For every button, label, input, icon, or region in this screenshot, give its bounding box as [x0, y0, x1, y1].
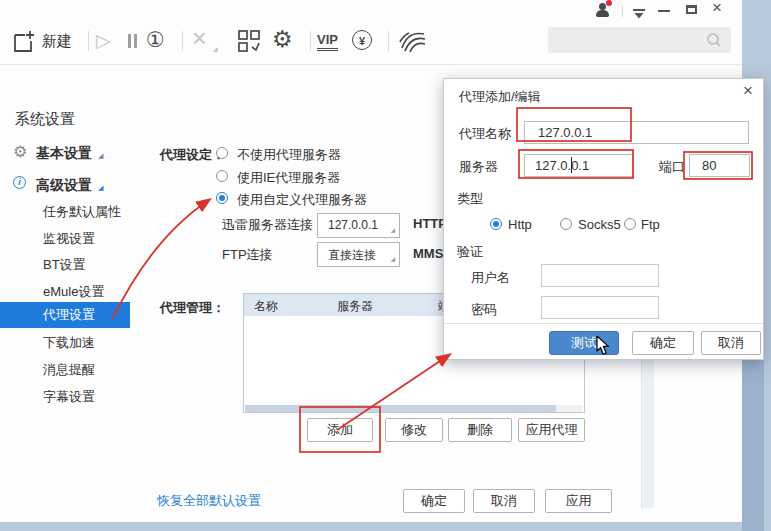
screen: × 新建 ▷ ① × ◢: [0, 0, 771, 531]
dropdown-triangle-icon: ◢: [390, 226, 395, 233]
desktop-shadow-strip: [742, 360, 764, 531]
minimize-button[interactable]: [658, 10, 670, 12]
server-input[interactable]: [524, 154, 634, 177]
radio-socks5-label[interactable]: Socks5: [578, 217, 621, 232]
radio-ftp-label[interactable]: Ftp: [641, 217, 660, 232]
start-task-icon[interactable]: ▷: [96, 29, 111, 52]
cancel-button[interactable]: 取消: [473, 489, 535, 513]
password-input[interactable]: [541, 296, 659, 319]
collapse-triangle-icon: ◢: [98, 184, 103, 192]
radio-ie-proxy-label[interactable]: 使用IE代理服务器: [237, 169, 340, 187]
radio-socks5[interactable]: [560, 218, 572, 230]
http-label: HTTP: [413, 216, 447, 231]
auth-label: 验证: [457, 243, 483, 261]
coin-symbol: ¥: [359, 35, 365, 47]
sidebar-item-proxy[interactable]: 代理设置: [43, 306, 95, 324]
titlebar-separator: [622, 5, 623, 17]
sidebar-group-label: 基本设置: [36, 145, 92, 163]
radio-http-label[interactable]: Http: [508, 217, 532, 232]
proxy-setting-label: 代理设定：: [160, 146, 225, 164]
sidebar-group-advanced[interactable]: i 高级设置 ◢: [0, 176, 130, 194]
sidebar-item-monitor[interactable]: 监视设置: [43, 230, 95, 248]
sidebar-group-label: 高级设置: [36, 177, 92, 195]
toolbar-separator: [182, 31, 183, 51]
hscrollbar-thumb[interactable]: [245, 405, 556, 412]
dialog-cancel-button[interactable]: 取消: [701, 331, 761, 355]
search-box: [548, 27, 731, 53]
notification-dot: [606, 0, 612, 6]
retry-once-icon[interactable]: ①: [146, 28, 165, 52]
radio-ftp[interactable]: [624, 218, 636, 230]
thunder-server-dropdown[interactable]: 127.0.0.1 ◢: [317, 213, 400, 238]
radio-no-proxy[interactable]: [216, 147, 228, 159]
test-button[interactable]: 测试: [549, 331, 619, 355]
radio-custom-proxy-label[interactable]: 使用自定义代理服务器: [237, 191, 367, 209]
sidebar-item-emule[interactable]: eMule设置: [43, 283, 104, 301]
radio-http[interactable]: [490, 218, 502, 230]
username-label: 用户名: [471, 269, 510, 287]
user-avatar-icon[interactable]: [595, 3, 611, 17]
thunder-server-label: 迅雷服务器连接: [222, 216, 313, 234]
maximize-button[interactable]: [686, 5, 697, 14]
batch-grid-icon[interactable]: [238, 30, 262, 56]
search-input[interactable]: [552, 30, 706, 50]
collapse-triangle-icon: ◢: [98, 152, 103, 160]
gear-icon: ⚙: [13, 142, 27, 161]
dropdown-value: 127.0.0.1: [328, 218, 378, 232]
hand-gesture-icon[interactable]: [398, 28, 428, 58]
proxy-name-input[interactable]: [524, 121, 749, 144]
sidebar-item-speedup[interactable]: 下载加速: [43, 334, 95, 352]
text-caret: [571, 157, 572, 173]
sidebar-item-bt[interactable]: BT设置: [43, 256, 86, 274]
radio-ie-proxy[interactable]: [216, 170, 228, 182]
sidebar-group-basic[interactable]: ⚙ 基本设置 ◢: [0, 144, 130, 162]
sidebar-item-subtitle[interactable]: 字幕设置: [43, 388, 95, 406]
add-proxy-button[interactable]: 添加: [307, 418, 373, 442]
username-input[interactable]: [541, 264, 659, 287]
ftp-connect-dropdown[interactable]: 直接连接 ◢: [317, 242, 400, 267]
proxy-table-hscrollbar[interactable]: [245, 405, 583, 412]
info-icon: i: [13, 176, 26, 189]
pause-task-icon[interactable]: [128, 34, 138, 48]
settings-gear-icon[interactable]: ⚙: [272, 26, 293, 53]
proxy-name-label: 代理名称: [459, 125, 511, 143]
column-header-name: 名称: [254, 298, 278, 315]
restore-defaults-link[interactable]: 恢复全部默认设置: [157, 492, 261, 510]
radio-no-proxy-label[interactable]: 不使用代理服务器: [237, 146, 341, 164]
port-label: 端口: [659, 158, 685, 176]
close-window-button[interactable]: ×: [712, 0, 722, 18]
delete-dropdown-triangle[interactable]: ◢: [213, 45, 218, 52]
search-icon[interactable]: [705, 31, 723, 53]
new-task-label: 新建: [42, 32, 72, 51]
dialog-divider: [444, 323, 763, 324]
apply-button[interactable]: 应用: [545, 489, 612, 513]
toolbar-divider: [0, 64, 742, 65]
page-title: 系统设置: [15, 110, 75, 129]
delete-task-icon[interactable]: ×: [192, 24, 207, 53]
apply-proxy-button[interactable]: 应用代理: [518, 418, 585, 442]
toolbar-separator: [310, 31, 311, 51]
main-menu-icon[interactable]: [632, 6, 646, 24]
sidebar-item-task-defaults[interactable]: 任务默认属性: [43, 203, 121, 221]
dropdown-value: 直接连接: [328, 247, 376, 264]
vip-icon[interactable]: VIP: [317, 32, 338, 51]
password-label: 密码: [471, 301, 497, 319]
finance-coin-icon[interactable]: ¥: [352, 30, 372, 50]
dialog-title: 代理添加/编辑: [459, 88, 541, 106]
dropdown-triangle-icon: ◢: [390, 255, 395, 262]
type-label: 类型: [457, 190, 483, 208]
delete-proxy-button[interactable]: 删除: [448, 418, 512, 442]
dialog-ok-button[interactable]: 确定: [632, 331, 694, 355]
mms-label: MMS,: [413, 246, 447, 261]
ok-button[interactable]: 确定: [403, 489, 465, 513]
modify-proxy-button[interactable]: 修改: [385, 418, 443, 442]
dialog-close-icon[interactable]: ×: [743, 81, 753, 101]
new-task-icon: [12, 29, 38, 59]
toolbar-separator: [388, 31, 389, 51]
port-input[interactable]: [689, 154, 750, 177]
proxy-manage-label: 代理管理：: [160, 299, 225, 317]
sidebar-item-notify[interactable]: 消息提醒: [43, 361, 95, 379]
radio-custom-proxy[interactable]: [216, 192, 228, 204]
ftp-connect-label: FTP连接: [222, 246, 273, 264]
new-task-button[interactable]: 新建: [12, 28, 78, 56]
